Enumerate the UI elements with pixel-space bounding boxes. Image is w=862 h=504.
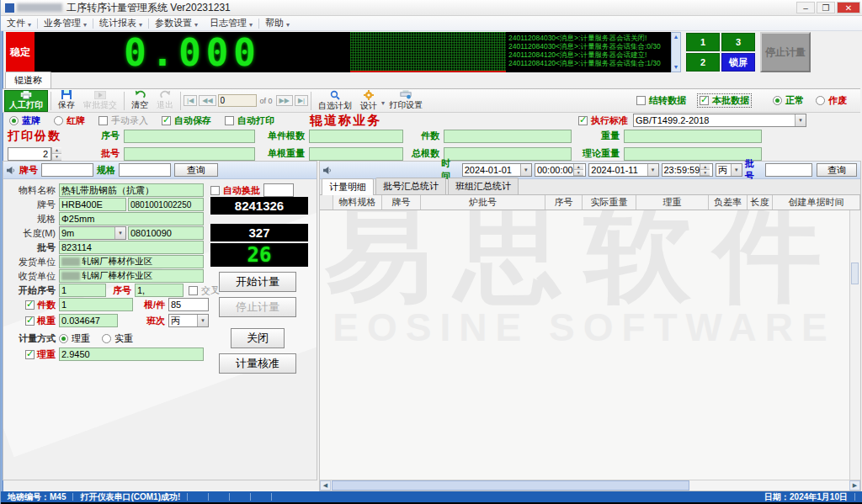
tab-team-summary[interactable]: 班组汇总统计 bbox=[448, 178, 519, 194]
scroll-left-icon[interactable]: ◀ bbox=[320, 480, 331, 491]
carryover-checkbox[interactable]: 结转数据 bbox=[636, 94, 686, 107]
design-button[interactable]: 设计 bbox=[356, 90, 381, 112]
start-seq-input[interactable] bbox=[59, 284, 106, 297]
close-button[interactable]: ✕ bbox=[837, 2, 860, 13]
menu-settings[interactable]: 参数设置 bbox=[149, 16, 204, 30]
column-header[interactable]: 序号 bbox=[545, 195, 583, 210]
seq-input[interactable] bbox=[124, 130, 255, 143]
single-bar-weight-input[interactable] bbox=[309, 147, 403, 161]
left-query-button[interactable]: 查询 bbox=[174, 163, 218, 177]
scroll-up-icon[interactable]: ▲ bbox=[673, 33, 679, 41]
column-header[interactable]: 长度 bbox=[748, 195, 773, 210]
scroll-right-icon[interactable]: ▶ bbox=[849, 480, 860, 491]
close-button-form[interactable]: 关闭 bbox=[231, 328, 285, 348]
weight-input[interactable] bbox=[624, 130, 762, 143]
print-copies-input[interactable] bbox=[8, 147, 51, 161]
pieces-input[interactable] bbox=[444, 130, 572, 143]
measure-verify-button[interactable]: 计量核准 bbox=[219, 353, 296, 374]
sender-input[interactable]: 轧钢厂棒材作业区 bbox=[59, 255, 204, 268]
bars-per-piece-value-input[interactable] bbox=[168, 298, 209, 311]
time-from-stepper[interactable]: 00:00:00▲▼ bbox=[535, 163, 586, 177]
date-to-select[interactable]: 2024-01-11▾ bbox=[588, 163, 658, 177]
start-measure-button[interactable]: 开始计量 bbox=[219, 272, 296, 292]
tab-batch-summary[interactable]: 批号汇总统计 bbox=[375, 178, 446, 194]
tab-measure-detail[interactable]: 计量明细 bbox=[322, 178, 374, 195]
nav-next-button[interactable]: ▶▶ bbox=[276, 95, 293, 106]
batch-no-input[interactable] bbox=[59, 241, 204, 254]
nav-first-button[interactable]: |◀ bbox=[184, 95, 197, 106]
nav-position-input[interactable] bbox=[218, 94, 257, 107]
brand-input[interactable] bbox=[59, 198, 126, 211]
bars-per-piece-input[interactable] bbox=[309, 130, 403, 143]
bar-weight-input[interactable] bbox=[59, 314, 118, 327]
scroll-down-icon[interactable]: ▼ bbox=[673, 63, 679, 72]
time-to-stepper[interactable]: 23:59:59▲▼ bbox=[662, 163, 713, 177]
brand-code-input[interactable] bbox=[128, 198, 204, 211]
column-header[interactable]: 牌号 bbox=[382, 195, 421, 210]
material-input[interactable]: 热轧带肋钢筋（抗震） bbox=[59, 183, 204, 197]
batch-input[interactable] bbox=[124, 147, 255, 161]
theory-checkbox[interactable] bbox=[25, 350, 35, 359]
print-copies-stepper[interactable]: ▲▼ bbox=[8, 147, 63, 161]
quick-button-1[interactable]: 1 bbox=[686, 33, 720, 51]
void-radio[interactable]: 作废 bbox=[816, 94, 847, 107]
lock-screen-button[interactable]: 锁屏 bbox=[721, 53, 755, 72]
nav-last-button[interactable]: ▶| bbox=[295, 95, 308, 106]
batch-filter-input[interactable] bbox=[765, 163, 812, 177]
theory-weight-input[interactable] bbox=[624, 147, 762, 161]
column-header[interactable]: 实际重量 bbox=[583, 195, 636, 210]
cross-checkbox[interactable]: 交叉 bbox=[189, 284, 220, 297]
autoprint-checkbox[interactable]: 自动打印 bbox=[225, 114, 274, 127]
column-header[interactable]: 创建单据时间 bbox=[773, 195, 860, 210]
brand-search-input[interactable] bbox=[41, 163, 93, 177]
stepper-arrows[interactable]: ▲▼ bbox=[51, 147, 61, 161]
blue-plate-radio[interactable]: 蓝牌 bbox=[9, 114, 40, 127]
menu-reports[interactable]: 统计报表 bbox=[93, 16, 148, 30]
horizontal-scrollbar[interactable]: ◀ ▶ bbox=[320, 480, 860, 491]
manual-entry-checkbox[interactable]: 手动录入 bbox=[98, 114, 148, 127]
save-button[interactable]: 保存 bbox=[54, 90, 79, 112]
menu-help[interactable]: 帮助 bbox=[259, 16, 295, 30]
stepper-arrows[interactable]: ▲▼ bbox=[700, 164, 710, 176]
print-setup-button[interactable]: 打印设置 bbox=[385, 90, 427, 112]
this-batch-checkbox[interactable]: 本批数据 bbox=[698, 94, 751, 107]
column-header[interactable]: 物料规格 bbox=[333, 195, 382, 210]
right-query-button[interactable]: 查询 bbox=[817, 163, 857, 177]
menu-logs[interactable]: 日志管理 bbox=[204, 16, 258, 30]
shift-filter-select[interactable]: 丙▾ bbox=[716, 163, 742, 177]
normal-radio[interactable]: 正常 bbox=[773, 94, 804, 107]
column-header[interactable]: 理重 bbox=[636, 195, 709, 210]
scrollbar-thumb[interactable] bbox=[851, 263, 859, 284]
scrollbar-thumb[interactable] bbox=[332, 480, 689, 491]
vertical-scrollbar[interactable] bbox=[849, 210, 860, 480]
shift-select[interactable]: 丙▾ bbox=[168, 314, 209, 327]
quick-button-3[interactable]: 3 bbox=[721, 33, 755, 51]
clear-button[interactable]: 清空 bbox=[127, 90, 152, 112]
quick-button-2[interactable]: 2 bbox=[686, 53, 720, 72]
stepper-arrows[interactable]: ▲▼ bbox=[573, 164, 583, 176]
length-select[interactable]: 9m▾ bbox=[59, 226, 126, 240]
spec-search-input[interactable] bbox=[119, 163, 171, 177]
theory-weight-radio[interactable]: 理重 bbox=[59, 332, 90, 345]
pieces-count-input[interactable] bbox=[59, 298, 133, 311]
custom-plan-button[interactable]: 自选计划 bbox=[314, 90, 356, 112]
menu-business[interactable]: 业务管理 bbox=[38, 16, 93, 30]
receiver-input[interactable]: 轧钢厂棒材作业区 bbox=[59, 269, 204, 283]
auto-batch-checkbox[interactable]: 自动换批 bbox=[210, 184, 260, 197]
restore-button[interactable]: ❐ bbox=[817, 2, 835, 13]
spec-input[interactable] bbox=[59, 212, 204, 225]
manual-print-button[interactable]: 人工打印 bbox=[4, 90, 48, 112]
column-header[interactable]: 炉批号 bbox=[421, 195, 545, 210]
column-header[interactable]: 负差率 bbox=[709, 195, 748, 210]
red-plate-radio[interactable]: 红牌 bbox=[54, 114, 85, 127]
pieces-checkbox[interactable] bbox=[25, 300, 35, 310]
bar-weight-checkbox[interactable] bbox=[25, 316, 35, 326]
total-bars-input[interactable] bbox=[444, 147, 572, 161]
length-code-input[interactable] bbox=[128, 226, 204, 240]
log-scrollbar[interactable]: ▲ ▼ bbox=[671, 32, 681, 72]
minimize-button[interactable]: – bbox=[796, 2, 815, 13]
auto-batch-input[interactable] bbox=[263, 183, 294, 197]
stop-measure-top-button[interactable]: 停止计量 bbox=[760, 32, 811, 72]
theory-value-input[interactable] bbox=[59, 347, 204, 361]
actual-weight-radio[interactable]: 实重 bbox=[102, 332, 133, 345]
